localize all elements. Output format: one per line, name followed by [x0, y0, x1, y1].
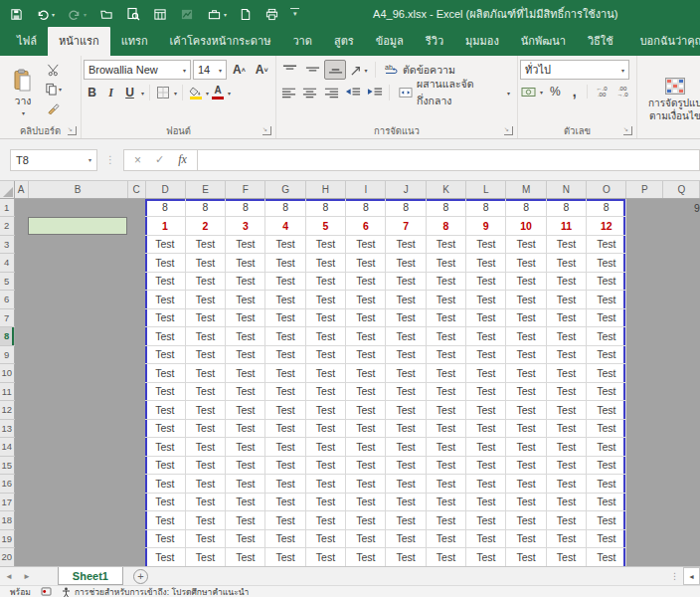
cell-D6[interactable]: Test: [145, 291, 185, 309]
cell-E19[interactable]: Test: [185, 529, 225, 548]
cell-C10[interactable]: [127, 364, 145, 383]
cell-C13[interactable]: [127, 419, 145, 438]
cell-G1[interactable]: 8: [265, 198, 305, 217]
customize-quick-access-icon[interactable]: ▾: [290, 8, 299, 20]
cell-E9[interactable]: Test: [185, 345, 225, 364]
cell-J11[interactable]: Test: [386, 382, 426, 401]
increase-indent-icon[interactable]: [365, 83, 386, 102]
cell-G11[interactable]: Test: [265, 382, 305, 401]
cell-L5[interactable]: Test: [466, 272, 506, 291]
cell-I17[interactable]: Test: [346, 493, 386, 511]
cell-E14[interactable]: Test: [185, 438, 225, 457]
cell-N16[interactable]: Test: [546, 475, 586, 494]
cell-E18[interactable]: Test: [185, 511, 225, 530]
cell-A16[interactable]: [14, 475, 28, 494]
cell-P20[interactable]: [626, 548, 663, 567]
cell-N12[interactable]: Test: [546, 401, 586, 420]
cell-N10[interactable]: Test: [546, 364, 586, 383]
cell-H13[interactable]: Test: [305, 419, 345, 438]
cell-O4[interactable]: Test: [587, 254, 626, 273]
cell-P6[interactable]: [626, 291, 663, 309]
row-header-3[interactable]: 3: [0, 235, 14, 254]
cell-N20[interactable]: Test: [546, 548, 586, 567]
cell-F18[interactable]: Test: [226, 511, 265, 530]
cell-N6[interactable]: Test: [546, 291, 586, 309]
cell-H5[interactable]: Test: [305, 272, 345, 291]
cell-P12[interactable]: [626, 401, 663, 420]
cell-K20[interactable]: Test: [426, 548, 465, 567]
cell-I8[interactable]: Test: [346, 327, 386, 346]
cell-G16[interactable]: Test: [265, 475, 305, 494]
cell-D11[interactable]: Test: [145, 382, 185, 401]
cell-P1[interactable]: [626, 198, 663, 217]
cell-K18[interactable]: Test: [426, 511, 465, 530]
row-header-8[interactable]: 8: [0, 327, 14, 346]
cell-L14[interactable]: Test: [466, 438, 506, 457]
cell-M8[interactable]: Test: [506, 327, 546, 346]
cell-Q15[interactable]: [663, 456, 700, 475]
cell-J7[interactable]: Test: [386, 308, 426, 327]
borders-button[interactable]: [155, 85, 171, 100]
paste-button[interactable]: วาง ▾: [2, 60, 44, 122]
cell-A14[interactable]: [14, 438, 28, 457]
cell-Q13[interactable]: [663, 419, 700, 438]
column-header-B[interactable]: B: [28, 181, 127, 198]
font-dialog-launcher[interactable]: ↘: [262, 126, 271, 135]
cell-A8[interactable]: [14, 327, 28, 346]
cell-F9[interactable]: Test: [226, 345, 265, 364]
cell-B3[interactable]: [28, 235, 127, 254]
cell-A13[interactable]: [14, 419, 28, 438]
column-header-G[interactable]: G: [265, 181, 305, 198]
cell-H16[interactable]: Test: [305, 475, 345, 494]
cell-K5[interactable]: Test: [426, 272, 465, 291]
ribbon-tab-9[interactable]: นักพัฒนา: [510, 27, 577, 56]
accounting-format-button[interactable]: [520, 86, 537, 99]
row-header-2[interactable]: 2: [0, 217, 14, 236]
cell-D15[interactable]: Test: [145, 456, 185, 475]
cell-H20[interactable]: Test: [305, 548, 345, 567]
cell-L9[interactable]: Test: [466, 345, 506, 364]
cell-M20[interactable]: Test: [506, 548, 546, 567]
row-header-12[interactable]: 12: [0, 401, 14, 420]
cell-L4[interactable]: Test: [466, 254, 506, 273]
cell-Q11[interactable]: [663, 382, 700, 401]
cell-N8[interactable]: Test: [546, 327, 586, 346]
cell-E12[interactable]: Test: [185, 401, 225, 420]
redo-icon[interactable]: ▾: [66, 6, 88, 23]
cell-A1[interactable]: [14, 198, 28, 217]
cell-O20[interactable]: Test: [587, 548, 626, 567]
cell-B15[interactable]: [28, 456, 127, 475]
cell-H4[interactable]: Test: [305, 254, 345, 273]
cell-N4[interactable]: Test: [546, 254, 586, 273]
cell-M7[interactable]: Test: [506, 308, 546, 327]
align-top-icon[interactable]: [278, 60, 300, 80]
cell-D13[interactable]: Test: [145, 419, 185, 438]
cell-I13[interactable]: Test: [346, 419, 386, 438]
cell-G19[interactable]: Test: [265, 529, 305, 548]
cell-I4[interactable]: Test: [346, 254, 386, 273]
cell-P19[interactable]: [626, 529, 663, 548]
cell-H14[interactable]: Test: [305, 438, 345, 457]
cell-M5[interactable]: Test: [506, 272, 546, 291]
cell-F10[interactable]: Test: [226, 364, 265, 383]
cell-J17[interactable]: Test: [386, 493, 426, 511]
cell-E2[interactable]: 2: [185, 217, 225, 236]
cell-O16[interactable]: Test: [587, 475, 626, 494]
cell-G18[interactable]: Test: [265, 511, 305, 530]
cell-I10[interactable]: Test: [346, 364, 386, 383]
save-icon[interactable]: [8, 6, 25, 23]
cell-E20[interactable]: Test: [185, 548, 225, 567]
cell-F7[interactable]: Test: [226, 308, 265, 327]
cell-B12[interactable]: [28, 401, 127, 420]
font-color-button[interactable]: A: [211, 85, 225, 100]
cell-F5[interactable]: Test: [226, 272, 265, 291]
sheet-tab-sheet1[interactable]: Sheet1: [58, 567, 123, 585]
cell-K14[interactable]: Test: [426, 438, 465, 457]
cell-C11[interactable]: [127, 382, 145, 401]
align-middle-icon[interactable]: [301, 60, 323, 80]
cell-G4[interactable]: Test: [265, 254, 305, 273]
cell-K6[interactable]: Test: [426, 291, 465, 309]
copy-button[interactable]: ▾: [44, 82, 63, 97]
cell-E10[interactable]: Test: [185, 364, 225, 383]
column-header-L[interactable]: L: [466, 181, 506, 198]
